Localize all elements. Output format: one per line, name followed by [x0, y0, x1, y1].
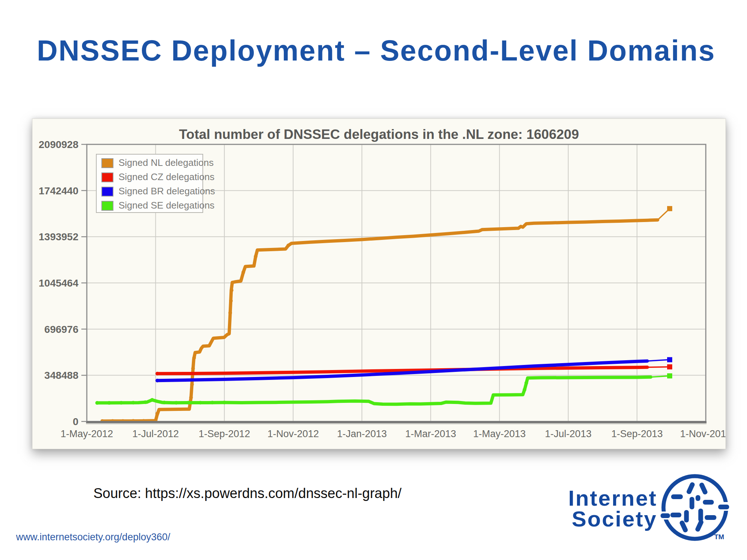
svg-text:696976: 696976: [44, 324, 78, 335]
svg-text:1-Jul-2013: 1-Jul-2013: [545, 428, 592, 439]
svg-text:1742440: 1742440: [39, 185, 78, 197]
svg-text:Signed CZ delegations: Signed CZ delegations: [119, 171, 214, 182]
logo-trademark: TM: [714, 533, 724, 541]
svg-text:2090928: 2090928: [39, 139, 78, 150]
svg-text:1-Sep-2012: 1-Sep-2012: [199, 428, 250, 439]
slide-title: DNSSEC Deployment – Second-Level Domains: [37, 34, 715, 67]
svg-text:Signed BR delegations: Signed BR delegations: [119, 186, 215, 197]
source-note: Source: https://xs.powerdns.com/dnssec-n…: [93, 486, 402, 501]
svg-text:1393952: 1393952: [39, 231, 78, 242]
svg-text:1-Sep-2013: 1-Sep-2013: [611, 428, 663, 439]
logo-line1: Internet: [568, 488, 657, 509]
svg-text:Signed SE delegations: Signed SE delegations: [119, 200, 214, 211]
svg-text:1-Jan-2013: 1-Jan-2013: [337, 428, 387, 439]
logo-line2: Society: [568, 509, 657, 529]
chart: 0348488696976104546413939521742440209092…: [32, 118, 726, 449]
svg-text:0: 0: [73, 416, 78, 427]
svg-text:Total number of DNSSEC delegat: Total number of DNSSEC delegations in th…: [179, 127, 579, 142]
svg-text:1045464: 1045464: [39, 277, 78, 289]
footer-link: www.internetsociety.org/deploy360/: [16, 532, 170, 543]
svg-text:1-Nov-2012: 1-Nov-2012: [267, 428, 319, 439]
svg-text:1-Mar-2013: 1-Mar-2013: [405, 428, 456, 439]
svg-text:Signed NL delegations: Signed NL delegations: [119, 157, 214, 168]
svg-text:1-May-2013: 1-May-2013: [473, 428, 526, 439]
svg-text:1-May-2012: 1-May-2012: [61, 428, 113, 439]
svg-text:348488: 348488: [44, 370, 78, 381]
legend: Signed NL delegationsSigned CZ delegatio…: [96, 154, 215, 213]
internet-society-logo-text: Internet Society: [568, 488, 657, 529]
chart-canvas: 0348488696976104546413939521742440209092…: [32, 119, 725, 449]
internet-society-globe-icon: [660, 473, 729, 542]
svg-text:1-Nov-2013: 1-Nov-2013: [680, 428, 725, 439]
svg-text:1-Jul-2012: 1-Jul-2012: [132, 428, 179, 439]
